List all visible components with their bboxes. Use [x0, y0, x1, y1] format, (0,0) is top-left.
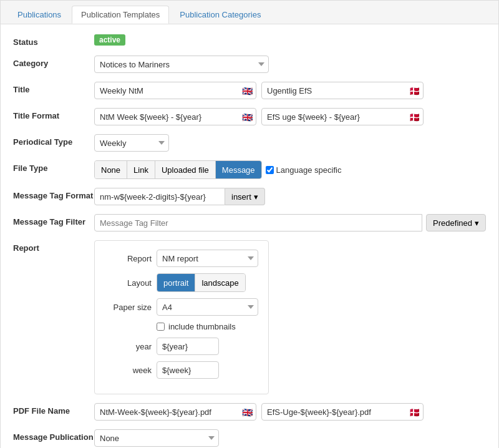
chevron-down-icon: ▾	[254, 192, 258, 202]
report-row: Report Report NM report Layout portrait …	[13, 240, 486, 394]
periodical-type-label: Periodical Type	[13, 134, 94, 147]
file-type-content: None Link Uploaded file Message Language…	[94, 160, 486, 179]
layout-btn-group: portrait landscape	[157, 273, 246, 292]
message-tag-filter-row: Message Tag Filter Predefined ▾	[13, 214, 486, 231]
title-format-en-wrapper: 🇬🇧	[94, 108, 256, 125]
message-publication-content: None	[94, 429, 486, 447]
language-specific-checkbox[interactable]	[266, 166, 274, 174]
category-select[interactable]: Notices to Mariners	[94, 56, 269, 73]
status-row: Status active	[13, 34, 486, 47]
file-type-label: File Type	[13, 160, 94, 173]
title-format-flag-dk-icon: 🇩🇰	[409, 113, 420, 120]
category-row: Category Notices to Mariners	[13, 56, 486, 73]
language-specific-label[interactable]: Language specific	[266, 165, 342, 175]
filter-row: Predefined ▾	[94, 214, 486, 231]
year-input[interactable]	[157, 338, 219, 355]
year-label: year	[105, 342, 152, 351]
periodical-type-row: Periodical Type WeeklyMonthlyYearly	[13, 134, 486, 152]
title-en-wrapper: 🇬🇧	[94, 82, 256, 99]
layout-portrait-button[interactable]: portrait	[157, 274, 195, 291]
title-format-label: Title Format	[13, 108, 94, 120]
title-format-dk-wrapper: 🇩🇰	[261, 108, 424, 125]
message-tag-format-content: insert ▾	[94, 188, 486, 205]
pdf-flag-dk-icon: 🇩🇰	[409, 408, 420, 416]
report-panel: Report NM report Layout portrait landsca…	[94, 240, 269, 394]
message-tag-format-label: Message Tag Format	[13, 188, 94, 200]
report-select[interactable]: NM report	[157, 250, 258, 267]
message-publication-select[interactable]: None	[94, 429, 219, 447]
year-row: year	[105, 338, 258, 355]
message-publication-label: Message Publication	[13, 429, 94, 442]
periodical-type-select[interactable]: WeeklyMonthlyYearly	[94, 134, 169, 152]
status-label: Status	[13, 34, 94, 47]
week-label: week	[105, 366, 152, 375]
file-type-none-button[interactable]: None	[95, 161, 127, 178]
paper-size-row: Paper size A4A3Letter	[105, 298, 258, 316]
layout-label: Layout	[105, 278, 152, 288]
title-row: Title 🇬🇧 🇩🇰	[13, 82, 486, 99]
report-select-label: Report	[105, 254, 152, 263]
pdf-dk-input[interactable]	[261, 403, 424, 421]
predefined-chevron-icon: ▾	[475, 218, 479, 228]
flag-dk-icon: 🇩🇰	[409, 87, 420, 94]
pdf-dk-wrapper: 🇩🇰	[261, 403, 424, 421]
status-badge: active	[94, 34, 125, 46]
pdf-en-wrapper: 🇬🇧	[94, 403, 256, 421]
pdf-file-name-label: PDF File Name	[13, 403, 94, 416]
include-thumbnails-label: include thumbnails	[168, 322, 236, 331]
category-content: Notices to Mariners	[94, 56, 486, 73]
message-tag-format-input[interactable]	[94, 188, 225, 205]
file-type-link-button[interactable]: Link	[127, 161, 155, 178]
file-type-btn-group: None Link Uploaded file Message	[94, 160, 262, 179]
include-thumbnails-row: include thumbnails	[157, 322, 258, 331]
title-format-row: Title Format 🇬🇧 🇩🇰	[13, 108, 486, 125]
message-tag-filter-label: Message Tag Filter	[13, 214, 94, 226]
category-label: Category	[13, 56, 94, 68]
week-row: week	[105, 361, 258, 379]
message-publication-row: Message Publication None	[13, 429, 486, 447]
paper-size-label: Paper size	[105, 303, 152, 312]
title-dk-input[interactable]	[261, 82, 424, 99]
include-thumbnails-checkbox[interactable]	[157, 323, 165, 331]
title-en-input[interactable]	[94, 82, 256, 99]
paper-size-select[interactable]: A4A3Letter	[157, 298, 258, 316]
form-body: Status active Category Notices to Marine…	[1, 24, 498, 448]
title-dk-wrapper: 🇩🇰	[261, 82, 424, 99]
tab-publications[interactable]: Publications	[8, 6, 70, 24]
pdf-file-name-content: 🇬🇧 🇩🇰	[94, 403, 486, 421]
insert-button[interactable]: insert ▾	[225, 188, 265, 205]
file-type-uploaded-button[interactable]: Uploaded file	[155, 161, 216, 178]
tab-publication-templates[interactable]: Publication Templates	[72, 6, 169, 24]
periodical-type-content: WeeklyMonthlyYearly	[94, 134, 486, 152]
report-content: Report NM report Layout portrait landsca…	[94, 240, 486, 394]
layout-landscape-button[interactable]: landscape	[195, 274, 245, 291]
report-select-row: Report NM report	[105, 250, 258, 267]
message-tag-format-row: Message Tag Format insert ▾	[13, 188, 486, 205]
tab-bar: Publications Publication Templates Publi…	[1, 1, 498, 24]
layout-row: Layout portrait landscape	[105, 273, 258, 292]
week-input[interactable]	[157, 361, 219, 379]
title-label: Title	[13, 82, 94, 94]
message-tag-filter-input[interactable]	[94, 214, 422, 231]
message-tag-filter-content: Predefined ▾	[94, 214, 486, 231]
pdf-flag-gb-icon: 🇬🇧	[242, 408, 253, 416]
pdf-en-input[interactable]	[94, 403, 256, 421]
title-format-flag-gb-icon: 🇬🇧	[242, 113, 253, 120]
file-type-row: File Type None Link Uploaded file Messag…	[13, 160, 486, 179]
report-label: Report	[13, 240, 94, 253]
insert-group: insert ▾	[94, 188, 265, 205]
status-content: active	[94, 34, 486, 46]
title-format-en-input[interactable]	[94, 108, 256, 125]
predefined-button[interactable]: Predefined ▾	[426, 214, 486, 231]
pdf-file-name-row: PDF File Name 🇬🇧 🇩🇰	[13, 403, 486, 421]
title-format-content: 🇬🇧 🇩🇰	[94, 108, 486, 125]
title-format-dk-input[interactable]	[261, 108, 424, 125]
file-type-message-button[interactable]: Message	[216, 161, 261, 178]
title-content: 🇬🇧 🇩🇰	[94, 82, 486, 99]
flag-gb-icon: 🇬🇧	[242, 87, 253, 94]
tab-publication-categories[interactable]: Publication Categories	[170, 6, 270, 24]
